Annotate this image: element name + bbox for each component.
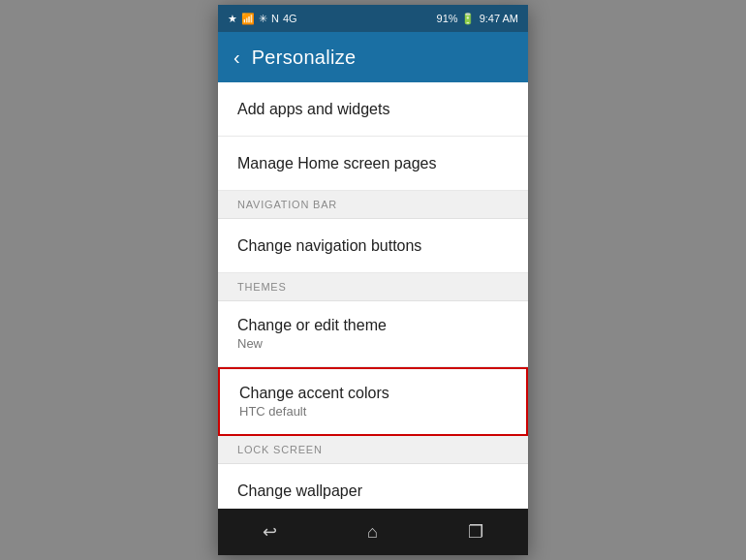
section-header-themes: THEMES [218, 273, 528, 301]
signal-icon: 4G [283, 13, 297, 24]
menu-item-change-theme-subtitle: New [237, 336, 509, 351]
star-icon: ★ [228, 13, 237, 25]
status-bar-right: 91% 🔋 9:47 AM [437, 13, 518, 25]
menu-item-add-apps[interactable]: Add apps and widgets [218, 82, 528, 137]
navigation-bar: ↩ ⌂ ❐ [218, 509, 528, 555]
wifi-icon: 📶 [241, 13, 255, 25]
nav-home-button[interactable]: ⌂ [348, 514, 397, 550]
status-bar: ★ 📶 ✳ N 4G 91% 🔋 9:47 AM [218, 5, 528, 32]
battery-icon: 🔋 [461, 13, 475, 25]
menu-item-change-nav-title: Change navigation buttons [237, 237, 509, 255]
section-header-lock-label: LOCK SCREEN [237, 444, 323, 455]
back-button[interactable]: ‹ [233, 47, 240, 69]
menu-item-change-accent-title: Change accent colors [239, 385, 507, 402]
section-header-nav-label: NAVIGATION BAR [237, 199, 337, 210]
menu-item-change-wallpaper[interactable]: Change wallpaper [218, 464, 528, 509]
phone-frame: ★ 📶 ✳ N 4G 91% 🔋 9:47 AM ‹ Personalize A… [218, 5, 528, 555]
menu-item-change-nav[interactable]: Change navigation buttons [218, 219, 528, 273]
menu-item-change-accent-subtitle: HTC default [239, 404, 507, 419]
content-area: Add apps and widgets Manage Home screen … [218, 82, 528, 509]
section-header-themes-label: THEMES [237, 281, 287, 293]
nfc-icon: N [271, 13, 279, 24]
menu-item-change-theme-title: Change or edit theme [237, 317, 509, 334]
menu-item-change-wallpaper-title: Change wallpaper [237, 482, 509, 500]
bluetooth-icon: ✳ [259, 13, 267, 25]
app-bar-title: Personalize [252, 47, 357, 69]
app-bar: ‹ Personalize [218, 32, 528, 82]
menu-item-manage-home-title: Manage Home screen pages [237, 155, 509, 172]
battery-percent: 91% [437, 13, 458, 24]
menu-item-change-accent[interactable]: Change accent colors HTC default [218, 367, 528, 436]
menu-item-manage-home[interactable]: Manage Home screen pages [218, 137, 528, 191]
menu-item-add-apps-title: Add apps and widgets [237, 101, 509, 118]
section-header-navigation-bar: NAVIGATION BAR [218, 191, 528, 219]
status-time: 9:47 AM [480, 13, 518, 24]
nav-back-button[interactable]: ↩ [243, 513, 296, 550]
section-header-lock-screen: LOCK SCREEN [218, 436, 528, 464]
status-bar-left: ★ 📶 ✳ N 4G [228, 13, 297, 25]
nav-recent-button[interactable]: ❐ [449, 513, 503, 550]
menu-item-change-theme[interactable]: Change or edit theme New [218, 301, 528, 367]
